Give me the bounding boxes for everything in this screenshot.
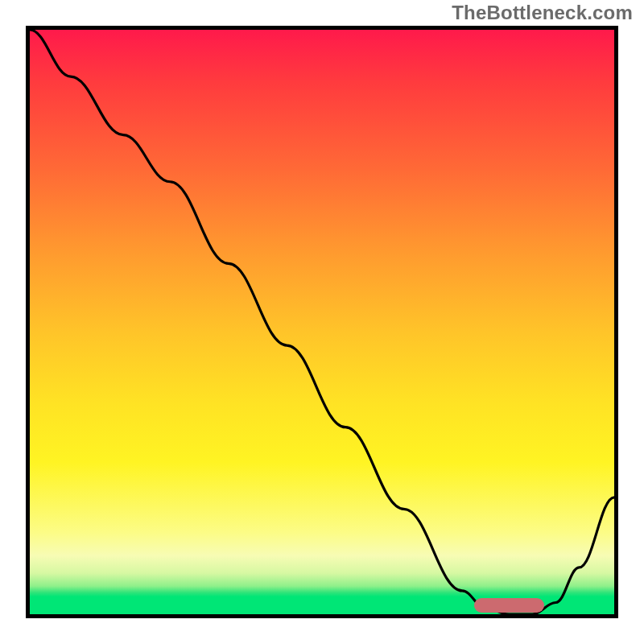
bottleneck-curve	[30, 30, 614, 614]
plot-frame	[26, 26, 618, 618]
chart-stage: TheBottleneck.com	[0, 0, 644, 644]
plot-area	[30, 30, 614, 614]
optimal-range-marker	[474, 598, 544, 613]
watermark-text: TheBottleneck.com	[452, 2, 633, 24]
